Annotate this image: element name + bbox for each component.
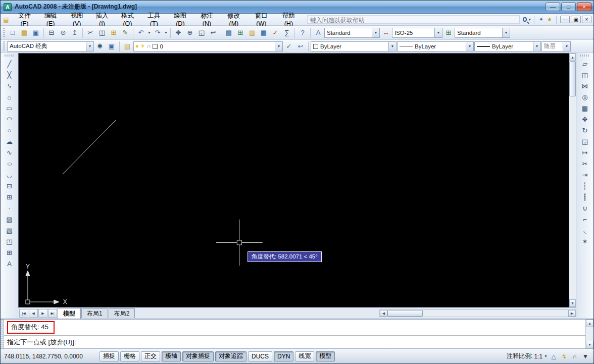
plot-preview-button[interactable]: ⊙ [58,27,69,38]
lineweight-combo[interactable]: ByLayer ▼ [474,41,541,51]
draw-arc-button[interactable]: ◠ [4,114,16,125]
designcenter-button[interactable]: ⊞ [235,27,246,38]
horizontal-scrollbar[interactable]: ◀ ▶ [379,309,576,317]
layer-properties-manager-button[interactable]: ▤ [122,41,133,52]
save-workspace-button[interactable]: ▣ [106,41,117,52]
command-window-grip[interactable] [1,320,4,348]
chamfer-button[interactable]: ⌐ [579,214,591,225]
table-button[interactable]: ⊞ [4,247,16,258]
horizontal-scroll-thumb[interactable] [387,310,423,317]
text-style-manager-button[interactable]: A [313,27,324,38]
command-input-line[interactable]: 指定下一点或 [放弃(U)]: [4,336,585,348]
chevron-down-icon[interactable]: ▼ [372,28,379,37]
toolbar-grip[interactable] [3,28,5,38]
break-button[interactable]: ┋ [579,191,591,202]
drawing-canvas[interactable]: Y X 角度替代: 582.0071 < 45° [18,53,569,307]
tab-scroll-next-button[interactable]: ▶ [38,309,47,318]
join-button[interactable]: ∪ [579,202,591,214]
layer-previous-button[interactable]: ↩ [295,41,306,52]
table-style-manager-button[interactable]: ⊞ [443,27,454,38]
copy-button[interactable]: ◫ [579,69,591,80]
toggle-ducs[interactable]: DUCS [248,351,272,361]
drawn-line[interactable] [63,120,116,174]
chevron-down-icon[interactable]: ▼ [86,42,93,51]
annotation-scale-control[interactable]: 注释比例: 1:1 ▼ [507,352,548,360]
layer-color-swatch[interactable] [153,44,158,49]
rotate-button[interactable]: ↻ [579,125,591,136]
chevron-down-icon[interactable]: ▼ [533,42,540,51]
help-search-input[interactable]: 键入问题以获取帮助 [307,15,520,24]
region-button[interactable]: ◳ [4,236,16,247]
tool-palettes-button[interactable]: ▥ [246,27,258,38]
vertical-scroll-thumb[interactable] [569,61,576,96]
draw-point-button[interactable]: ∙ [4,202,16,214]
draw-polyline-button[interactable]: ϟ [4,80,16,91]
tab-layout1[interactable]: 布局1 [81,308,108,318]
favorites-star-icon[interactable]: ★ [546,15,554,24]
toggle-osnap[interactable]: 对象捕捉 [182,351,214,361]
dim-style-combo[interactable]: ISO-25 ▼ [392,28,442,38]
annotation-visibility-icon[interactable]: △ [549,352,558,361]
chevron-down-icon[interactable]: ▼ [502,28,510,37]
scroll-up-button[interactable]: ▲ [569,54,576,61]
undo-dropdown-arrow-icon[interactable]: ▼ [147,31,152,34]
cut-button[interactable]: ✂ [85,27,96,38]
layer-lock-icon[interactable]: ∩ [147,43,151,49]
copy-clip-button[interactable]: ◫ [96,27,108,38]
tab-model[interactable]: 模型 [58,308,81,319]
scroll-left-button[interactable]: ◀ [380,310,387,317]
publish-button[interactable]: ↥ [69,27,80,38]
properties-palette-button[interactable]: ▤ [223,27,234,38]
layer-combo[interactable]: ● ☀ ∩ 0 ▼ [133,41,283,51]
toolbar-grip[interactable] [5,55,15,57]
draw-circle-button[interactable]: ○ [4,125,16,136]
explode-button[interactable]: ✶ [579,236,591,247]
draw-revision-cloud-button[interactable]: ☁ [4,136,16,147]
status-bar-menu-arrow-icon[interactable]: ▼ [581,352,590,361]
help-button[interactable]: ? [297,27,308,38]
minimize-button[interactable]: — [546,3,560,11]
scale-button[interactable]: ◲ [579,136,591,147]
text-style-combo[interactable]: Standard ▼ [324,28,380,38]
toggle-grid[interactable]: 栅格 [120,351,139,361]
make-object-layer-current-button[interactable]: ✓ [283,41,294,52]
maximize-button[interactable]: □ [561,3,576,11]
tab-scroll-last-button[interactable]: ▶| [48,309,57,318]
insert-block-button[interactable]: ⊟ [4,180,16,191]
toggle-ortho[interactable]: 正交 [141,351,160,361]
match-properties-button[interactable]: ✎ [120,27,131,38]
tab-scroll-prev-button[interactable]: ◀ [29,309,38,318]
draw-polygon-button[interactable]: ⌂ [4,91,16,102]
search-icon[interactable] [523,17,527,22]
toggle-otrack[interactable]: 对象追踪 [215,351,246,361]
zoom-window-button[interactable]: ◱ [196,27,207,38]
toggle-polar[interactable]: 极轴 [162,351,181,361]
make-block-button[interactable]: ⊞ [4,191,16,202]
vertical-scroll-track[interactable] [569,61,576,299]
zoom-realtime-button[interactable]: ⊕ [184,27,195,38]
annotation-autoscale-icon[interactable]: ↯ [560,352,569,361]
zoom-previous-button[interactable]: ↩ [208,27,219,38]
draw-line-button[interactable]: ╱ [4,58,16,69]
stretch-button[interactable]: ↦ [579,147,591,158]
workspace-settings-button[interactable]: ✱ [94,41,106,52]
fillet-button[interactable]: ◟ [579,225,591,236]
draw-rectangle-button[interactable]: ▭ [4,102,16,114]
vertical-scrollbar[interactable]: ▲ ▼ [569,53,576,307]
move-button[interactable]: ✥ [579,114,591,125]
coordinates-readout[interactable]: 748.0115, 1482.7750, 0.0000 [4,353,98,360]
search-dropdown-arrow-icon[interactable]: ▼ [528,18,531,21]
toggle-dyn[interactable]: DYN [274,351,293,361]
save-button[interactable]: ▣ [30,27,41,38]
scroll-right-button[interactable]: ▶ [568,310,576,317]
chevron-down-icon[interactable]: ▼ [275,42,282,51]
workspace-combo[interactable]: AutoCAD 经典 ▼ [7,41,94,51]
autocad-logo-icon[interactable]: A [4,3,12,11]
break-at-point-button[interactable]: ┆ [579,180,591,191]
redo-button[interactable]: ↷ [152,27,163,38]
table-style-combo[interactable]: Standard ▼ [455,28,510,38]
toggle-model-space[interactable]: 模型 [316,351,335,361]
redo-dropdown-arrow-icon[interactable]: ▼ [164,31,168,34]
draw-ellipse-arc-button[interactable]: ◡ [4,169,16,180]
draw-spline-button[interactable]: ∿ [4,147,16,158]
